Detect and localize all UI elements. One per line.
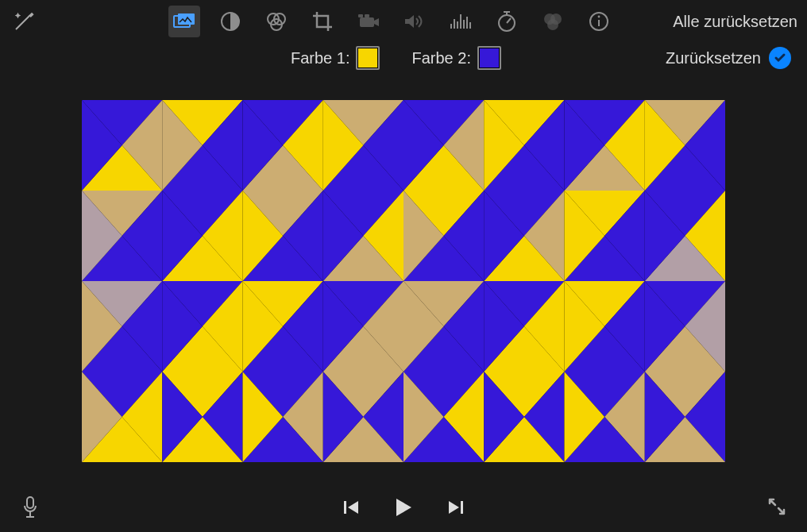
inspector-toolbar: Alle zurücksetzen: [0, 0, 807, 43]
svg-rect-158: [461, 501, 463, 514]
speed-tab-icon[interactable]: [491, 6, 523, 37]
next-frame-button[interactable]: [442, 493, 470, 522]
noise-reduction-tab-icon[interactable]: [445, 6, 477, 37]
effects-tab-icon[interactable]: [537, 6, 569, 37]
reset-button[interactable]: Zurücksetzen: [666, 49, 761, 67]
svg-point-25: [598, 16, 600, 18]
color-balance-tab-icon[interactable]: [214, 6, 246, 37]
color2-label: Farbe 2:: [411, 49, 470, 67]
svg-rect-154: [27, 497, 33, 508]
preview-canvas: [82, 100, 725, 462]
color2-swatch[interactable]: [477, 46, 501, 70]
color1-label: Farbe 1:: [291, 49, 349, 67]
playback-bar: [0, 483, 807, 532]
info-tab-icon[interactable]: [583, 6, 615, 37]
svg-line-17: [507, 18, 511, 23]
inspector-tabs: [168, 6, 615, 37]
svg-rect-7: [358, 14, 363, 17]
reset-all-button[interactable]: Alle zurücksetzen: [673, 13, 797, 31]
play-button[interactable]: [389, 493, 418, 522]
voiceover-mic-icon[interactable]: [16, 493, 44, 522]
crop-tab-icon[interactable]: [307, 6, 338, 37]
color1-swatch[interactable]: [356, 46, 380, 70]
volume-tab-icon[interactable]: [399, 6, 431, 37]
color-correction-tab-icon[interactable]: [261, 6, 292, 37]
prev-frame-button[interactable]: [337, 493, 365, 522]
svg-rect-6: [360, 17, 374, 27]
apply-check-button[interactable]: [769, 47, 791, 69]
svg-point-22: [547, 19, 558, 30]
svg-rect-8: [365, 14, 369, 17]
overlay-tab-icon[interactable]: [168, 6, 200, 37]
svg-rect-157: [344, 501, 346, 514]
viewer: [82, 100, 725, 462]
fullscreen-icon[interactable]: [763, 492, 791, 521]
magic-wand-icon[interactable]: [6, 4, 41, 39]
overlay-controls: Farbe 1: Farbe 2: Zurücksetzen: [0, 43, 807, 79]
stabilization-tab-icon[interactable]: [353, 6, 384, 37]
